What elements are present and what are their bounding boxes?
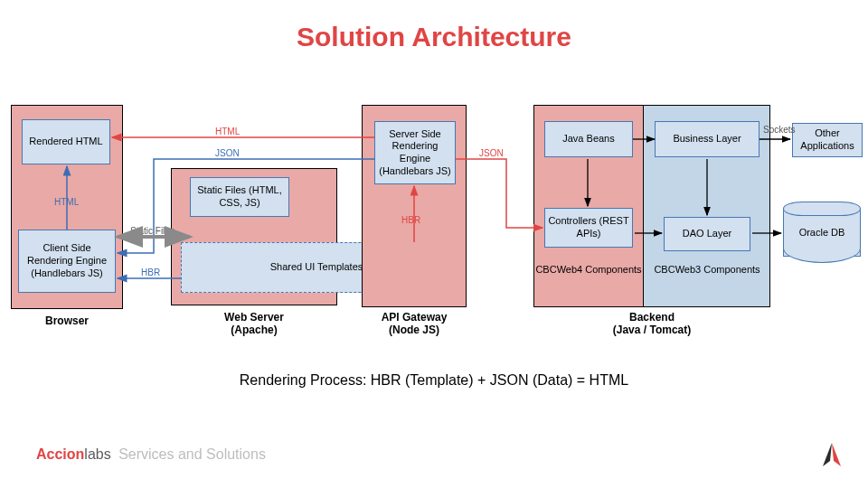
brand-part2: labs [84, 446, 110, 462]
tier-webserver-name: Web Server [171, 311, 337, 324]
edge-label-json-out: JSON [215, 148, 240, 158]
node-oracle-db: Oracle DB [783, 208, 861, 257]
tier-webserver-sub: (Apache) [171, 324, 337, 336]
diagram-stage: Rendered HTML Client Side Rendering Engi… [0, 0, 868, 488]
tier-browser-name: Browser [45, 314, 89, 327]
edge-label-json-backend: JSON [479, 148, 504, 158]
tier-backend-sub: (Java / Tomcat) [533, 324, 770, 336]
footer-brand: Accionlabs Services and Solutions [36, 446, 266, 463]
label-oracle-db: Oracle DB [784, 209, 860, 256]
node-server-engine: Server Side Rendering Engine (Handlebars… [374, 121, 456, 184]
tier-backend-name: Backend [533, 311, 770, 324]
edge-label-hbr-gateway: HBR [401, 215, 420, 225]
node-client-engine: Client Side Rendering Engine (Handlebars… [18, 230, 116, 293]
node-controllers: Controllers (REST APIs) [544, 208, 633, 248]
backend-right-sub: CBCWeb3 Components [644, 264, 770, 275]
brand-tag: Services and Solutions [118, 446, 266, 462]
brand-part1: Accion [36, 446, 84, 462]
node-static-files: Static Files (HTML, CSS, JS) [190, 177, 289, 217]
node-business-layer: Business Layer [655, 121, 760, 157]
tier-browser-label: Browser [11, 314, 123, 327]
tier-webserver-label: Web Server (Apache) [171, 311, 337, 336]
edge-label-sockets: Sockets [763, 125, 796, 135]
equation-text: Rendering Process: HBR (Template) + JSON… [0, 372, 868, 389]
node-dao-layer: DAO Layer [664, 217, 750, 251]
node-other-apps: Other Applications [792, 123, 863, 157]
brand-logo-icon [821, 441, 843, 468]
edge-label-html-render: HTML [54, 197, 79, 207]
node-rendered-html: Rendered HTML [22, 119, 110, 164]
edge-label-static-files: Static Files [130, 226, 175, 236]
node-java-beans: Java Beans [544, 121, 633, 157]
tier-backend-label: Backend (Java / Tomcat) [533, 311, 770, 336]
edge-label-hbr-client: HBR [141, 267, 160, 277]
edge-label-html-out: HTML [215, 127, 240, 136]
tier-gateway-name: API Gateway [362, 311, 467, 324]
tier-gateway-label: API Gateway (Node JS) [362, 311, 467, 336]
backend-left-sub: CBCWeb4 Components [533, 264, 644, 275]
tier-gateway-sub: (Node JS) [362, 324, 467, 336]
